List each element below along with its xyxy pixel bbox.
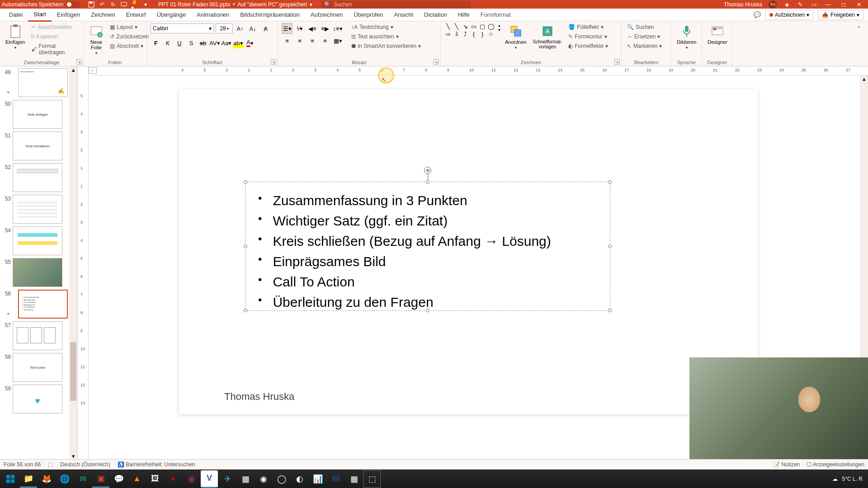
decrease-indent-button[interactable]: ◀≡ [307, 23, 318, 34]
bullets-button[interactable]: ☰▾ [282, 23, 292, 34]
weather-widget[interactable]: 5°C L. R [842, 476, 863, 482]
italic-button[interactable]: K [162, 38, 173, 48]
draw-icon[interactable]: ✎ [797, 1, 804, 8]
redo-icon[interactable]: ↻ [109, 1, 117, 8]
notes-button[interactable]: 📝 Notizen [773, 461, 800, 468]
bullet-item[interactable]: Zusammenfassung in 3 Punkten [258, 190, 597, 211]
spacing-button[interactable]: AV▾ [209, 38, 220, 48]
firefox-icon[interactable]: 🦊 [38, 470, 55, 488]
increase-indent-button[interactable]: ≡▶ [320, 23, 330, 34]
increase-font-icon[interactable]: A↑ [235, 23, 245, 34]
resize-handle[interactable] [426, 180, 429, 184]
designer-button[interactable]: Designer [706, 23, 729, 46]
app-icon[interactable]: ◐ [291, 470, 308, 488]
slide-thumbnail[interactable] [13, 258, 62, 287]
resize-handle[interactable] [608, 180, 612, 184]
slide-thumbnails[interactable]: 49✦Presenter/Gäste✍50Texte einfügen51Tex… [0, 66, 78, 459]
scrollbar-thumb[interactable] [70, 342, 76, 401]
arrow-icon[interactable]: ⇩ [453, 31, 460, 37]
content-textbox[interactable]: ⟲ Zusammenfassung in 3 PunktenWichtiger … [245, 182, 610, 311]
align-left-button[interactable]: ≡ [282, 35, 292, 46]
minimize-button[interactable]: — [824, 1, 833, 8]
tab-dictation[interactable]: Dictation [419, 9, 453, 21]
rect-icon[interactable]: ▢ [479, 23, 486, 29]
spelling-icon[interactable]: ⬚ [48, 461, 53, 468]
tab-uebergaenge[interactable]: Übergänge [151, 9, 191, 21]
copy-button[interactable]: ⎘Kopieren [29, 33, 80, 41]
slide-thumbnail[interactable]: Presenter/Gäste✍ [18, 68, 68, 97]
bullet-list[interactable]: Zusammenfassung in 3 PunktenWichtiger Sa… [245, 182, 610, 320]
bullet-item[interactable]: Einprägsames Bild [258, 251, 597, 272]
user-avatar[interactable]: TH [769, 0, 777, 9]
oval-icon[interactable]: ◯ [487, 23, 495, 29]
star-icon[interactable]: ☆ [487, 31, 495, 37]
explorer-icon[interactable]: 📁 [20, 470, 37, 488]
toggle-switch-icon[interactable] [66, 1, 80, 8]
shadow-button[interactable]: S [186, 38, 197, 48]
quickstyles-button[interactable]: A Schnellformat- vorlagen [531, 23, 564, 50]
brace-icon[interactable]: } [479, 31, 486, 37]
font-color-button[interactable]: A▾ [245, 38, 255, 48]
network-icon[interactable]: ☁ [832, 476, 838, 482]
word-icon[interactable]: W [327, 470, 344, 488]
clear-format-icon[interactable]: A̷ [260, 23, 271, 34]
resize-handle[interactable] [608, 309, 612, 312]
bold-button[interactable]: F [151, 38, 161, 48]
tab-bildschirm[interactable]: Bildschirmpräsentation [235, 9, 305, 21]
dialog-launcher[interactable]: ↘ [614, 59, 620, 65]
rect-icon[interactable]: ▭ [470, 23, 477, 29]
underline-button[interactable]: U [174, 38, 185, 48]
tab-datei[interactable]: Datei [4, 9, 28, 21]
justify-button[interactable]: ≡ [320, 35, 330, 46]
app-icon[interactable]: ⬚ [363, 470, 381, 488]
app-icon[interactable]: 📊 [309, 470, 326, 488]
slide-thumbnail[interactable] [13, 163, 62, 192]
telegram-icon[interactable]: ✈ [219, 470, 236, 488]
language-button[interactable]: Deutsch (Österreich) [60, 461, 110, 468]
tab-start[interactable]: Start [28, 8, 51, 22]
brace-icon[interactable]: { [470, 31, 477, 37]
tab-animationen[interactable]: Animationen [191, 9, 235, 21]
share-button[interactable]: 📤Freigeben▾ [818, 10, 863, 20]
resize-handle[interactable] [244, 309, 247, 312]
decrease-font-icon[interactable]: A↓ [247, 23, 258, 34]
maximize-button[interactable]: ◻ [839, 1, 848, 8]
layout-button[interactable]: ▦Layout ▾ [108, 23, 151, 31]
obs-icon[interactable]: ◉ [255, 470, 272, 488]
thumb-scrollbar[interactable]: ▴ ▾ [69, 66, 77, 459]
app-icon[interactable]: ▦ [237, 470, 254, 488]
app-icon[interactable]: ◯ [273, 470, 290, 488]
arrow-icon[interactable]: ⇨ [444, 31, 452, 37]
text-direction-button[interactable]: ↕ATextrichtung ▾ [349, 23, 423, 31]
present-icon[interactable] [120, 1, 127, 8]
slide-thumbnail[interactable] [13, 195, 62, 224]
start-button[interactable] [2, 470, 19, 488]
slide-thumbnail[interactable]: Texte formatieren [13, 131, 62, 160]
line-spacing-button[interactable]: ↕≡▾ [332, 23, 343, 34]
resize-handle[interactable] [608, 244, 612, 248]
slide-thumbnail[interactable] [13, 321, 62, 350]
highlight-button[interactable]: ab▾ [233, 38, 244, 48]
resize-handle[interactable] [244, 244, 247, 248]
replace-button[interactable]: ↔Ersetzen ▾ [625, 33, 664, 41]
tab-formformat[interactable]: Formformat [475, 9, 516, 21]
tab-entwurf[interactable]: Entwurf [121, 9, 151, 21]
new-slide-button[interactable]: + Neue Folie▾ [87, 23, 105, 56]
onenote-icon[interactable]: ▣ [183, 470, 200, 488]
connector-icon[interactable]: ⤴ [462, 31, 469, 37]
touch-mode-icon[interactable]: ☝ ▾ [131, 1, 138, 8]
tab-ueberpruefen[interactable]: Überprüfen [348, 9, 388, 21]
vlc-icon[interactable]: ▲ [128, 470, 146, 488]
username-label[interactable]: Thomas Hruska [724, 1, 762, 8]
dictate-button[interactable]: Diktieren▾ [675, 23, 698, 51]
undo-icon[interactable]: ↶ [99, 1, 106, 8]
reset-button[interactable]: ↺Zurücksetzen [108, 33, 151, 41]
fill-button[interactable]: 🪣Fülleffekt ▾ [566, 23, 610, 31]
slide-thumbnail[interactable]: Text boxen [13, 353, 62, 382]
tab-einfuegen[interactable]: Einfügen [52, 9, 85, 21]
align-right-button[interactable]: ≡ [307, 35, 318, 46]
align-center-button[interactable]: ≡ [294, 35, 305, 46]
close-button[interactable]: ✕ [854, 1, 863, 8]
outlook-icon[interactable]: ✉ [74, 470, 91, 488]
document-title[interactable]: PPT 01 Roter Faden 001.pptx • Auf "diese… [158, 1, 312, 8]
